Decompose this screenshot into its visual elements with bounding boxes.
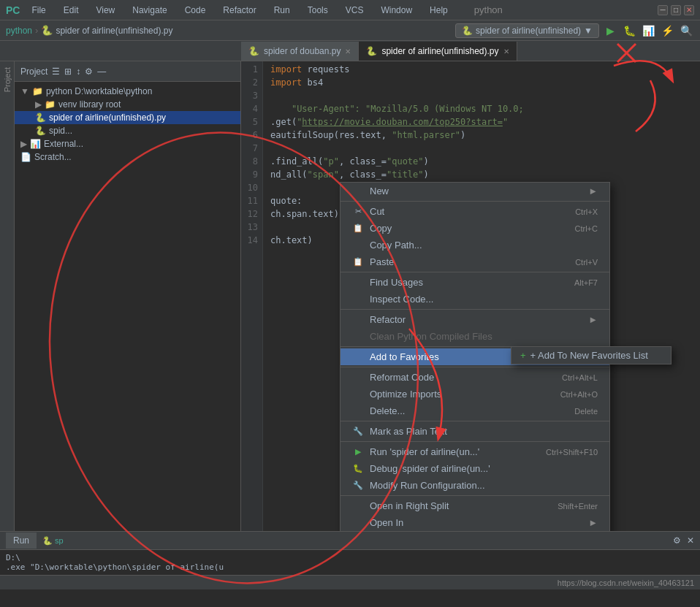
tree-item-python[interactable]: ▼ 📁 python D:\worktable\python bbox=[15, 85, 240, 98]
nav-file-link[interactable]: spider of airline(unfinished).py bbox=[56, 26, 172, 36]
project-layout-icon[interactable]: ⊞ bbox=[64, 66, 72, 77]
line-num-6: 6 bbox=[241, 129, 258, 142]
line-num-12: 12 bbox=[241, 207, 258, 221]
run-config-selector[interactable]: 🐍 spider of airline(unfinished) ▼ bbox=[455, 23, 599, 38]
maximize-button[interactable]: □ bbox=[671, 5, 681, 15]
tree-item-venv[interactable]: ▶ 📁 venv library root bbox=[15, 98, 240, 111]
nav-project-link[interactable]: python bbox=[6, 26, 32, 36]
tab-close-airline[interactable]: ✕ bbox=[503, 47, 509, 56]
submenu-new-favorites[interactable]: + + Add To New Favorites List bbox=[511, 347, 671, 364]
run-tab-file[interactable]: 🐍 sp bbox=[42, 536, 64, 546]
ctx-find-usages[interactable]: Find Usages Alt+F7 bbox=[341, 274, 609, 291]
project-collapse-icon[interactable]: — bbox=[97, 66, 106, 77]
menu-edit[interactable]: Edit bbox=[58, 4, 85, 17]
project-title: Project bbox=[20, 66, 47, 77]
close-button[interactable]: ✕ bbox=[684, 5, 694, 15]
tab-close-douban[interactable]: ✕ bbox=[345, 47, 351, 56]
tab-douban[interactable]: 🐍 spider of douban.py ✕ bbox=[241, 42, 359, 61]
line-num-8: 8 bbox=[241, 155, 258, 168]
ctx-open-in[interactable]: Open In ► bbox=[341, 514, 609, 531]
ctx-new[interactable]: New ► bbox=[341, 183, 609, 199]
title-bar: PC File Edit View Navigate Code Refactor… bbox=[0, 0, 700, 20]
title-bar-left: PC File Edit View Navigate Code Refactor… bbox=[6, 4, 658, 17]
tree-label-scratch: Scratch... bbox=[34, 152, 72, 162]
footer-url: https://blog.csdn.net/weixin_40463121 bbox=[558, 579, 694, 587]
project-panel: Project ☰ ⊞ ↕ ⚙ — ▼ 📁 python D:\worktabl… bbox=[15, 61, 241, 531]
tree-expand-venv[interactable]: ▶ bbox=[35, 99, 42, 110]
ctx-inspect[interactable]: Inspect Code... bbox=[341, 291, 609, 308]
ctx-copy[interactable]: 📋 Copy Ctrl+C bbox=[341, 220, 609, 237]
run-close-icon[interactable]: ✕ bbox=[687, 535, 694, 546]
ctx-copy-path[interactable]: Copy Path... bbox=[341, 237, 609, 253]
tree-item-spid[interactable]: 🐍 spid... bbox=[15, 124, 240, 137]
ctx-optimize-shortcut: Ctrl+Alt+O bbox=[560, 390, 598, 399]
search-button[interactable]: 🔍 bbox=[678, 23, 694, 39]
menu-vcs[interactable]: VCS bbox=[340, 4, 370, 17]
ctx-mark-plain[interactable]: 🔧 Mark as Plain Text bbox=[341, 423, 609, 440]
ctx-clean: Clean Python Compiled Files bbox=[341, 328, 609, 345]
debug-button[interactable]: 🐛 bbox=[621, 23, 637, 39]
coverage-button[interactable]: 📊 bbox=[640, 23, 656, 39]
ctx-refactor[interactable]: Refactor ► bbox=[341, 311, 609, 328]
run-button[interactable]: ▶ bbox=[602, 23, 618, 39]
run-settings-icon[interactable]: ⚙ bbox=[673, 535, 681, 546]
submenu-favorites: + + Add To New Favorites List bbox=[511, 346, 672, 364]
line-num-11: 11 bbox=[241, 194, 258, 207]
menu-file[interactable]: File bbox=[26, 4, 51, 17]
ctx-sep-8 bbox=[341, 495, 609, 496]
tree-item-scratch[interactable]: 📄 Scratch... bbox=[15, 150, 240, 164]
menu-code[interactable]: Code bbox=[179, 4, 212, 17]
menu-run[interactable]: Run bbox=[268, 4, 296, 17]
ctx-delete[interactable]: Delete... Delete bbox=[341, 402, 609, 419]
tab-icon-douban: 🐍 bbox=[248, 46, 259, 56]
ctx-reformat[interactable]: Reformat Code Ctrl+Alt+L bbox=[341, 369, 609, 386]
run-bar-content: D:\ .exe "D:\worktable\python\spider of … bbox=[0, 550, 700, 575]
ctx-cut[interactable]: ✂ Cut Ctrl+X bbox=[341, 203, 609, 220]
ctx-sep-7 bbox=[341, 441, 609, 442]
window-controls: ─ □ ✕ bbox=[658, 5, 694, 15]
folder-icon-external: 📊 bbox=[30, 139, 41, 149]
menu-refactor[interactable]: Refactor bbox=[217, 4, 262, 17]
ctx-run[interactable]: ▶ Run 'spider of airline(un...' Ctrl+Shi… bbox=[341, 443, 609, 460]
line-numbers: 1 2 3 4 5 6 7 8 9 10 11 12 13 14 bbox=[241, 61, 263, 531]
ctx-new-arrow: ► bbox=[588, 186, 598, 196]
project-sort-icon[interactable]: ↕ bbox=[76, 66, 80, 77]
tree-item-airline[interactable]: 🐍 spider of airline(unfinished).py bbox=[15, 111, 240, 124]
folder-icon-python: 📁 bbox=[32, 86, 43, 96]
project-tree: ▼ 📁 python D:\worktable\python ▶ 📁 venv … bbox=[15, 82, 240, 531]
menu-view[interactable]: View bbox=[90, 4, 121, 17]
menu-window[interactable]: Window bbox=[375, 4, 418, 17]
ctx-open-right[interactable]: Open in Right Split Shift+Enter bbox=[341, 497, 609, 514]
minimize-button[interactable]: ─ bbox=[658, 5, 668, 15]
file-icon-airline: 🐍 bbox=[35, 112, 46, 123]
line-num-2: 2 bbox=[241, 76, 258, 89]
ctx-reformat-shortcut: Ctrl+Alt+L bbox=[562, 373, 598, 382]
line-num-10: 10 bbox=[241, 181, 258, 194]
ctx-paste[interactable]: 📋 Paste Ctrl+V bbox=[341, 253, 609, 270]
ctx-copy-icon: 📋 bbox=[352, 224, 364, 233]
tree-expand-python[interactable]: ▼ bbox=[20, 86, 29, 96]
ctx-debug[interactable]: 🐛 Debug 'spider of airline(un...' bbox=[341, 460, 609, 477]
tree-item-external[interactable]: ▶ 📊 External... bbox=[15, 137, 240, 150]
line-num-7: 7 bbox=[241, 142, 258, 155]
ctx-reformat-label: Reformat Code bbox=[370, 372, 556, 383]
ctx-sep-5 bbox=[341, 367, 609, 367]
ctx-paste-label: Paste bbox=[370, 256, 569, 267]
submenu-plus-icon: + bbox=[520, 350, 526, 361]
menu-tools[interactable]: Tools bbox=[302, 4, 334, 17]
tab-airline[interactable]: 🐍 spider of airline(unfinished).py ✕ bbox=[359, 42, 517, 61]
code-line-8: .find_all("p", class_="quote") bbox=[270, 155, 694, 168]
ctx-optimize[interactable]: Optimize Imports Ctrl+Alt+O bbox=[341, 386, 609, 402]
project-settings-icon[interactable]: ⚙ bbox=[85, 66, 93, 77]
menu-navigate[interactable]: Navigate bbox=[126, 4, 172, 17]
tree-expand-external[interactable]: ▶ bbox=[20, 139, 27, 149]
ctx-modify-run[interactable]: 🔧 Modify Run Configuration... bbox=[341, 477, 609, 494]
menu-help[interactable]: Help bbox=[424, 4, 454, 17]
ctx-delete-shortcut: Delete bbox=[574, 407, 598, 416]
run-tab[interactable]: Run bbox=[6, 532, 37, 549]
project-menu-icon[interactable]: ☰ bbox=[52, 66, 60, 77]
file-icon-scratch: 📄 bbox=[20, 152, 31, 162]
profile-button[interactable]: ⚡ bbox=[659, 23, 675, 39]
line-num-3: 3 bbox=[241, 89, 258, 102]
editor-area[interactable]: 1 2 3 4 5 6 7 8 9 10 11 12 13 14 import … bbox=[241, 61, 700, 531]
